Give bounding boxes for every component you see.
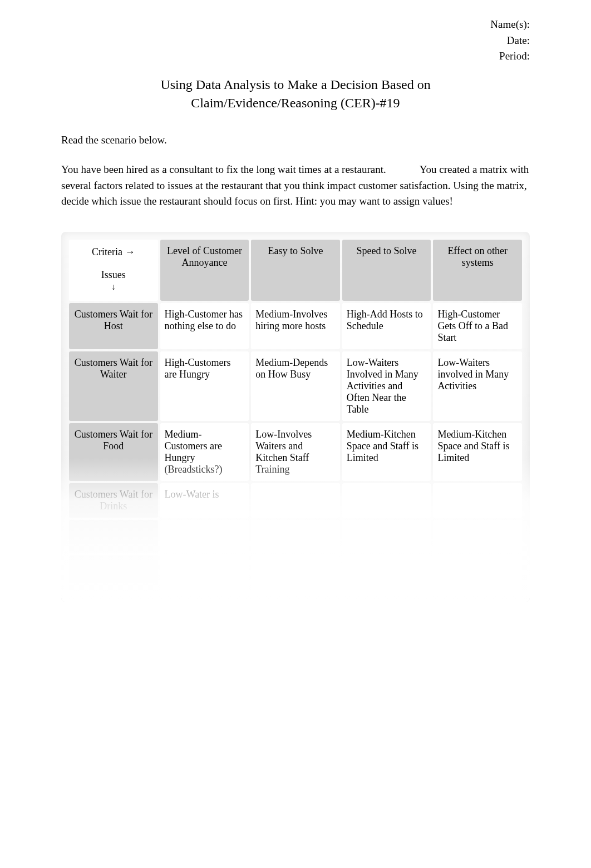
table-row — [69, 520, 522, 553]
cell: High-Customer has nothing else to do — [160, 303, 249, 349]
col-header-annoyance: Level of Customer Annoyance — [160, 240, 249, 301]
issue-faded — [69, 555, 158, 594]
issue-faded — [69, 520, 158, 553]
col-header-easy: Easy to Solve — [251, 240, 340, 301]
corner-cell: Criteria → Issues ↓ — [69, 240, 158, 301]
title-line-2: Claim/Evidence/Reasoning (CER)-#19 — [191, 96, 400, 110]
cell: Low-Water is — [160, 483, 249, 518]
cell — [433, 555, 522, 594]
cell: Low-Waiters involved in Many Activities — [433, 351, 522, 421]
table-row: Customers Wait for Host High-Customer ha… — [69, 303, 522, 349]
scenario-part-1: You have been hired as a consultant to f… — [61, 163, 386, 175]
issues-label: Issues — [73, 269, 154, 281]
cell — [160, 520, 249, 553]
scenario-text: You have been hired as a consultant to f… — [61, 162, 530, 210]
table-row: Customers Wait for Drinks Low-Water is — [69, 483, 522, 518]
date-label: Date: — [61, 33, 530, 49]
issue-wait-drinks: Customers Wait for Drinks — [69, 483, 158, 518]
title-line-1: Using Data Analysis to Make a Decision B… — [160, 77, 430, 92]
col-header-speed: Speed to Solve — [342, 240, 431, 301]
cell: High-Add Hosts to Schedule — [342, 303, 431, 349]
arrow-down-icon: ↓ — [73, 282, 154, 292]
cell — [342, 555, 431, 594]
cell: Low-Waiters Involved in Many Activities … — [342, 351, 431, 421]
cell: High-Customer Gets Off to a Bad Start — [433, 303, 522, 349]
cell — [160, 555, 249, 594]
cell: Medium-Customers are Hungry (Breadsticks… — [160, 423, 249, 481]
table-row: Customers Wait for Food Medium-Customers… — [69, 423, 522, 481]
table-header-row: Criteria → Issues ↓ Level of Customer An… — [69, 240, 522, 301]
table-row: Customers Wait for Waiter High-Customers… — [69, 351, 522, 421]
col-header-effect: Effect on other systems — [433, 240, 522, 301]
cell — [433, 520, 522, 553]
cell — [251, 555, 340, 594]
decision-matrix-table: Criteria → Issues ↓ Level of Customer An… — [67, 237, 524, 597]
cell: Medium-Depends on How Busy — [251, 351, 340, 421]
cell: Low-Involves Waiters and Kitchen Staff T… — [251, 423, 340, 481]
cell — [433, 483, 522, 518]
issue-wait-host: Customers Wait for Host — [69, 303, 158, 349]
cell — [342, 520, 431, 553]
cell — [251, 483, 340, 518]
names-label: Name(s): — [61, 17, 530, 33]
period-label: Period: — [61, 48, 530, 65]
cell — [251, 520, 340, 553]
cell: Medium-Kitchen Space and Staff is Limite… — [433, 423, 522, 481]
header-info: Name(s): Date: Period: — [61, 17, 530, 65]
matrix-container: Criteria → Issues ↓ Level of Customer An… — [61, 232, 530, 602]
instruction-text: Read the scenario below. — [61, 132, 530, 148]
table-row — [69, 555, 522, 594]
cell: Medium-Involves hiring more hosts — [251, 303, 340, 349]
cell: High-Customers are Hungry — [160, 351, 249, 421]
issue-wait-waiter: Customers Wait for Waiter — [69, 351, 158, 421]
cell: Medium-Kitchen Space and Staff is Limite… — [342, 423, 431, 481]
cell — [342, 483, 431, 518]
issue-wait-food: Customers Wait for Food — [69, 423, 158, 481]
criteria-label: Criteria → — [73, 246, 154, 258]
page-title: Using Data Analysis to Make a Decision B… — [61, 76, 530, 113]
